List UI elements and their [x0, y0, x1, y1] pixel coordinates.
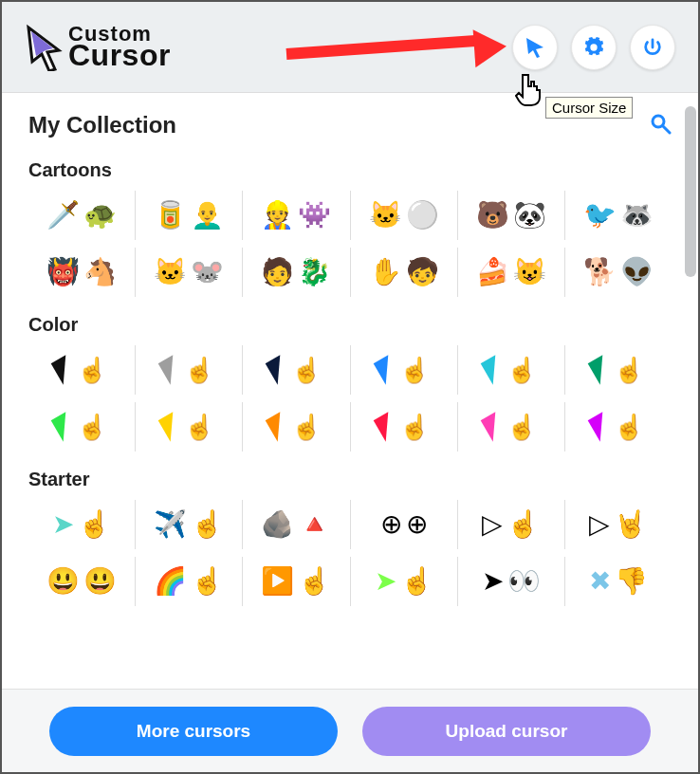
- cursor-pack[interactable]: ☝: [351, 402, 458, 452]
- power-icon: [642, 37, 663, 58]
- search-button[interactable]: [649, 112, 672, 138]
- svg-line-4: [663, 126, 670, 133]
- power-button[interactable]: [630, 25, 675, 70]
- cursor-pack[interactable]: 🐱🐭: [136, 248, 243, 297]
- cursor-pack[interactable]: 🐱⚪: [351, 191, 458, 240]
- cursor-pack[interactable]: ➤☝: [351, 557, 458, 606]
- section-heading-starter: Starter: [28, 469, 672, 490]
- cursor-pack[interactable]: ☝: [136, 345, 243, 395]
- color-row-2: ☝ ☝ ☝ ☝ ☝ ☝: [28, 402, 672, 452]
- cursor-pack[interactable]: ✈️☝: [136, 500, 243, 549]
- cursor-pack[interactable]: ☝: [136, 402, 243, 452]
- header-buttons: [512, 25, 675, 70]
- upload-cursor-button[interactable]: Upload cursor: [362, 707, 651, 756]
- cursor-pack[interactable]: 🪨🔺: [243, 500, 350, 549]
- cursor-pack[interactable]: ▷🤘: [565, 500, 672, 549]
- cursor-pack[interactable]: ☝: [458, 345, 565, 395]
- section-heading-color: Color: [28, 314, 672, 336]
- main-content: My Collection Cartoons 🗡️🐢 🥫👨‍🦲 👷👾 🐱⚪ 🐻🐼…: [2, 93, 698, 689]
- annotation-arrow: [286, 35, 505, 73]
- cursor-pack[interactable]: 👷👾: [243, 191, 350, 240]
- section-heading-cartoons: Cartoons: [28, 159, 672, 181]
- settings-button[interactable]: [571, 25, 617, 70]
- cursor-pack[interactable]: 🐦🦝: [565, 191, 672, 240]
- cursor-pack[interactable]: 🗡️🐢: [28, 191, 136, 240]
- cursor-pack[interactable]: ➤☝: [28, 500, 136, 549]
- app-logo: Custom Cursor: [25, 24, 171, 71]
- cursor-pack[interactable]: 🌈☝: [136, 557, 243, 606]
- cursor-pack[interactable]: 🥫👨‍🦲: [136, 191, 243, 240]
- cursor-pack[interactable]: ☝: [28, 402, 136, 452]
- footer-bar: More cursors Upload cursor: [2, 689, 698, 772]
- cartoons-row-2: 👹🐴 🐱🐭 🧑🐉 ✋🧒 🍰😺 🐕👽: [28, 248, 672, 297]
- cartoons-row-1: 🗡️🐢 🥫👨‍🦲 👷👾 🐱⚪ 🐻🐼 🐦🦝: [28, 191, 672, 240]
- cursor-pack[interactable]: 🍰😺: [458, 248, 565, 297]
- cursor-pack[interactable]: ▶️☝: [243, 557, 350, 606]
- cursor-pack[interactable]: ⊕⊕: [351, 500, 458, 549]
- cursor-pack[interactable]: ☝: [458, 402, 565, 452]
- page-title: My Collection: [28, 112, 176, 138]
- cursor-pack[interactable]: ☝: [565, 402, 672, 452]
- more-cursors-button[interactable]: More cursors: [49, 707, 338, 756]
- gear-icon: [583, 37, 604, 58]
- cursor-pack[interactable]: ✖👎: [565, 557, 672, 606]
- cursor-pack[interactable]: ✋🧒: [351, 248, 458, 297]
- cursor-pack[interactable]: 😃😃: [28, 557, 136, 606]
- cursor-pack[interactable]: ▷☝: [458, 500, 565, 549]
- starter-row-1: ➤☝ ✈️☝ 🪨🔺 ⊕⊕ ▷☝ ▷🤘: [28, 500, 672, 549]
- cursor-icon: [524, 36, 546, 59]
- cursor-pack[interactable]: ☝: [243, 345, 350, 395]
- scrollbar[interactable]: [685, 106, 696, 277]
- search-icon: [649, 112, 672, 135]
- cursor-pack[interactable]: ☝: [243, 402, 350, 452]
- header-bar: Custom Cursor: [2, 2, 698, 93]
- starter-row-2: 😃😃 🌈☝ ▶️☝ ➤☝ ➤👀 ✖👎: [28, 557, 672, 606]
- svg-marker-2: [526, 38, 543, 58]
- cursor-pack[interactable]: 👹🐴: [28, 248, 136, 297]
- cursor-pack[interactable]: ☝: [351, 345, 458, 395]
- cursor-size-button[interactable]: [512, 25, 558, 70]
- cursor-pack[interactable]: 🐕👽: [565, 248, 672, 297]
- cursor-pack[interactable]: 🐻🐼: [458, 191, 565, 240]
- pointer-hand-overlay: [515, 73, 543, 111]
- logo-cursor-icon: [25, 24, 63, 71]
- cursor-pack[interactable]: 🧑🐉: [243, 248, 350, 297]
- logo-text-bottom: Cursor: [68, 43, 171, 68]
- color-row-1: ☝ ☝ ☝ ☝ ☝ ☝: [28, 345, 672, 395]
- cursor-pack[interactable]: ☝: [28, 345, 136, 395]
- cursor-size-tooltip: Cursor Size: [545, 97, 633, 119]
- cursor-pack[interactable]: ☝: [565, 345, 672, 395]
- cursor-pack[interactable]: ➤👀: [458, 557, 565, 606]
